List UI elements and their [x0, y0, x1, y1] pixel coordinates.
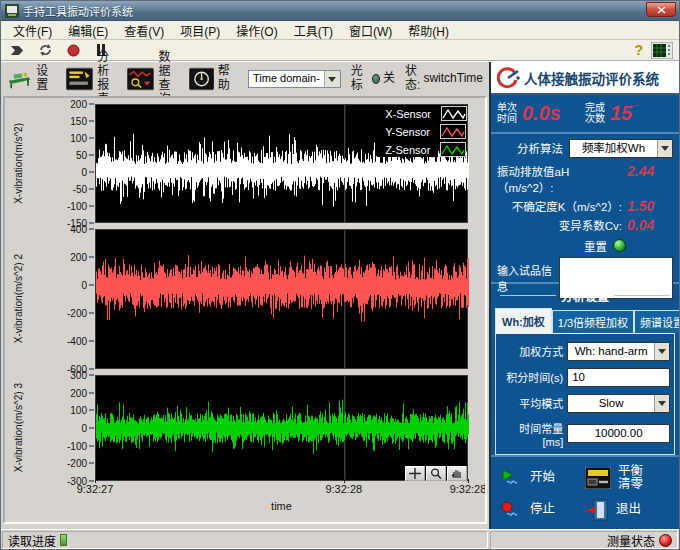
- measurement-value: 2.44: [627, 163, 661, 179]
- context-help-icon[interactable]: ?: [634, 42, 643, 58]
- tab-inactive[interactable]: 频谱设置: [634, 310, 680, 333]
- crosshair-tool-button[interactable]: [405, 466, 425, 481]
- y-tick-labels: 4002000-200-400-600: [31, 229, 95, 369]
- completed-count-stat: 完成次数 15: [585, 102, 673, 125]
- tab-content: 加权方式Wh: hand-arm积分时间(s)10平均模式Slow时间常量 [m…: [495, 333, 675, 455]
- y-tick-label: -100: [67, 201, 87, 212]
- cursor-toggle[interactable]: 光标 关: [351, 65, 395, 93]
- menu-item[interactable]: 窗口(W): [341, 20, 400, 41]
- y-tick-mark: [89, 313, 94, 314]
- y-tick-label: 300: [70, 370, 87, 381]
- title-bar: 手持工具振动评价系统: [1, 1, 679, 21]
- x-tick-label: 9:32:27: [77, 483, 114, 495]
- domain-dropdown-arrow[interactable]: [324, 71, 340, 87]
- menu-item[interactable]: 查看(V): [116, 20, 172, 41]
- menu-item[interactable]: 项目(P): [172, 20, 228, 41]
- y-tick-label: 200: [70, 99, 87, 110]
- y-tick-mark: [89, 155, 94, 156]
- panel-header: 人体接触振动评价系统: [491, 62, 679, 95]
- field-label: 平均模式: [498, 395, 563, 411]
- run-button[interactable]: [7, 41, 27, 59]
- legend-waveform-icon[interactable]: [440, 124, 466, 139]
- legend-item[interactable]: X-Sensor: [377, 106, 467, 121]
- legend-label: X-Sensor: [377, 107, 439, 121]
- y-tick-mark: [89, 341, 94, 342]
- legend-item[interactable]: Y-Sensor: [377, 124, 467, 139]
- y-tick-mark: [89, 285, 94, 286]
- right-panel: 人体接触振动评价系统 单次时间 0.0s 完成次数 15 分析算法 频率加权Wh: [489, 62, 679, 529]
- balance-zero-icon: [585, 467, 611, 489]
- y-axis-label: X-vibration(m/s^2) 3: [13, 383, 24, 472]
- exit-button[interactable]: 退出: [585, 498, 671, 523]
- measure-status-label: 测量状态: [607, 532, 655, 549]
- chart-legend: X-SensorY-SensorZ-Sensor: [377, 106, 467, 157]
- menu-item[interactable]: 帮助(H): [400, 20, 457, 41]
- measurement-label: 不确定度K（m/s^2）:: [512, 198, 622, 214]
- read-progress-bar: [60, 534, 67, 546]
- pan-tool-button[interactable]: [447, 466, 467, 481]
- balance-zero-button[interactable]: 平衡清零: [585, 463, 671, 494]
- main-area: 设置 分析报表 数据查询 帮助 Time domain-: [1, 62, 679, 529]
- stats-section: 单次时间 0.0s 完成次数 15: [491, 95, 679, 134]
- y-tick-label: 400: [70, 224, 87, 235]
- menu-item[interactable]: 操作(O): [228, 20, 285, 41]
- settings-section: 分析设置 Wh:加权1/3倍频程加权频谱设置 加权方式Wh: hand-arm积…: [491, 284, 679, 455]
- y-tick-label: -400: [67, 336, 87, 347]
- y-tick-mark: [89, 257, 94, 258]
- y-tick-label: 100: [70, 133, 87, 144]
- app-icon: [5, 4, 19, 18]
- start-button[interactable]: 开始: [499, 463, 585, 494]
- field-dropdown[interactable]: Wh: hand-arm: [567, 342, 670, 361]
- field-label: 积分时间(s): [498, 369, 563, 385]
- y-tick-label: 0: [81, 167, 87, 178]
- stop-button[interactable]: 停止: [499, 498, 585, 523]
- x-tick-label: 9:32:28: [325, 483, 362, 495]
- measurement-rows: 振动排放值aH（m/s^2）:2.44不确定度K（m/s^2）:1.50变异系数…: [497, 162, 673, 235]
- y-tick-label: -50: [73, 184, 87, 195]
- tab-active[interactable]: Wh:加权: [495, 308, 552, 333]
- waveform-trace: [97, 255, 469, 322]
- tab-inactive[interactable]: 1/3倍频程加权: [552, 310, 634, 333]
- help-tool-icon: [189, 66, 214, 92]
- legend-waveform-icon[interactable]: [441, 106, 467, 121]
- field-input[interactable]: 10: [567, 368, 670, 387]
- menu-item[interactable]: 编辑(E): [60, 20, 116, 41]
- settings-header-label: 分析设置: [561, 287, 609, 304]
- measure-status-cell: 测量状态: [490, 531, 678, 549]
- zoom-tool-button[interactable]: [426, 466, 446, 481]
- chevron-down-icon: [328, 77, 336, 86]
- y-tick-mark: [89, 189, 94, 190]
- status-label: 状态:: [405, 65, 420, 93]
- start-icon: [499, 468, 523, 488]
- field-dropdown-value: Slow: [568, 395, 654, 412]
- legend-item[interactable]: Z-Sensor: [377, 142, 467, 157]
- help-button[interactable]: 帮助: [189, 65, 238, 93]
- x-axis-labels: 9:32:279:32:289:32:28: [95, 483, 468, 496]
- domain-dropdown[interactable]: Time domain-: [248, 70, 341, 88]
- y-tick-mark: [89, 481, 94, 482]
- reset-led-button[interactable]: [613, 239, 626, 252]
- waveform-trace: [97, 400, 469, 454]
- algorithm-dropdown[interactable]: 频率加权Wh: [569, 139, 673, 158]
- settings-header: 分析设置: [495, 287, 675, 304]
- panel-grid-icon[interactable]: [651, 42, 673, 59]
- waveform-plot[interactable]: [95, 229, 468, 369]
- field-dropdown-value: Wh: hand-arm: [568, 343, 654, 360]
- close-button[interactable]: [646, 2, 676, 17]
- settings-button[interactable]: 设置: [7, 65, 56, 93]
- algorithm-dropdown-arrow[interactable]: [657, 140, 672, 157]
- field-dropdown-arrow[interactable]: [654, 343, 669, 360]
- menu-item[interactable]: 工具(T): [286, 20, 341, 41]
- legend-waveform-icon[interactable]: [440, 142, 466, 157]
- field-dropdown[interactable]: Slow: [567, 394, 670, 413]
- close-icon: [657, 6, 666, 14]
- run-continuous-button[interactable]: [35, 41, 55, 59]
- read-progress-label: 读取进度: [8, 532, 56, 549]
- status-bar: 读取进度 测量状态: [1, 529, 679, 550]
- measurement-value: 1.50: [627, 198, 661, 214]
- menu-item[interactable]: 文件(F): [5, 20, 60, 41]
- cursor-led-icon[interactable]: [372, 74, 380, 84]
- divider-line: [614, 295, 670, 296]
- measurement-row: 不确定度K（m/s^2）:1.50: [497, 197, 673, 216]
- field-dropdown-arrow[interactable]: [654, 395, 669, 412]
